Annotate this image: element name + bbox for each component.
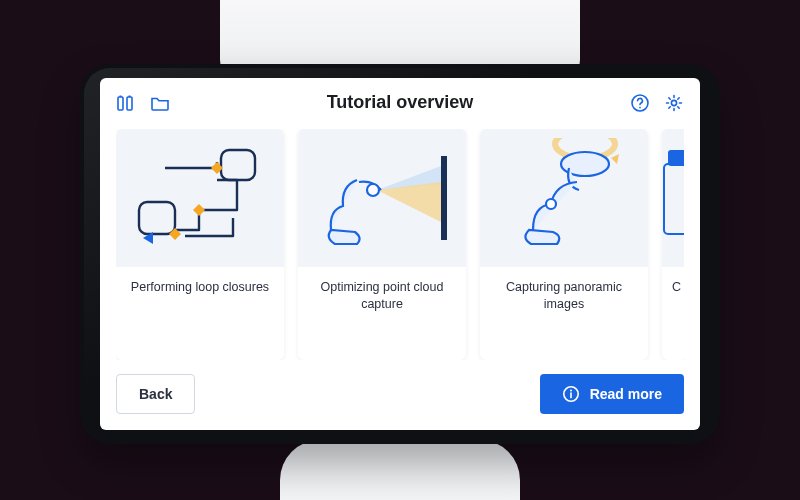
page-title: Tutorial overview	[327, 92, 474, 113]
read-more-label: Read more	[590, 386, 662, 402]
tutorial-card-panoramic[interactable]: Capturing panoramic images	[480, 129, 648, 360]
tutorial-card-label: Capturing panoramic images	[480, 267, 648, 327]
svg-point-10	[367, 184, 379, 196]
read-more-button[interactable]: Read more	[540, 374, 684, 414]
battery-icon[interactable]	[116, 93, 136, 113]
tutorial-card-label: C	[662, 267, 684, 310]
svg-rect-9	[441, 156, 447, 240]
folder-icon[interactable]	[150, 93, 170, 113]
info-icon	[562, 385, 580, 403]
svg-rect-3	[129, 95, 131, 97]
tutorial-thumb	[298, 129, 466, 267]
tutorial-card-label: Optimizing point cloud capture	[298, 267, 466, 327]
back-button[interactable]: Back	[116, 374, 195, 414]
svg-point-12	[546, 199, 556, 209]
tutorial-card-peek[interactable]: C	[662, 129, 684, 360]
tablet-frame: Tutorial overview	[80, 64, 720, 444]
svg-rect-1	[120, 95, 122, 97]
tutorial-card-label: Performing loop closures	[116, 267, 284, 310]
tutorial-card-point-cloud[interactable]: Optimizing point cloud capture	[298, 129, 466, 360]
gear-icon[interactable]	[664, 93, 684, 113]
footer-bar: Back Read more	[116, 374, 684, 414]
tutorial-thumb	[116, 129, 284, 267]
svg-rect-8	[221, 150, 255, 180]
back-button-label: Back	[139, 386, 172, 402]
svg-point-17	[570, 389, 572, 391]
tutorial-thumb	[662, 129, 684, 267]
tutorial-card-row[interactable]: Performing loop closures	[116, 129, 684, 360]
svg-point-5	[639, 106, 641, 108]
screen: Tutorial overview	[100, 78, 700, 430]
tutorial-card-loop-closures[interactable]: Performing loop closures	[116, 129, 284, 360]
svg-rect-13	[664, 164, 684, 234]
tutorial-thumb	[480, 129, 648, 267]
svg-rect-0	[118, 97, 123, 110]
header-bar: Tutorial overview	[116, 92, 684, 113]
svg-rect-7	[139, 202, 175, 234]
svg-rect-2	[127, 97, 132, 110]
device-stand-bottom	[280, 440, 520, 500]
svg-rect-14	[668, 150, 684, 166]
help-icon[interactable]	[630, 93, 650, 113]
svg-point-6	[671, 100, 676, 105]
